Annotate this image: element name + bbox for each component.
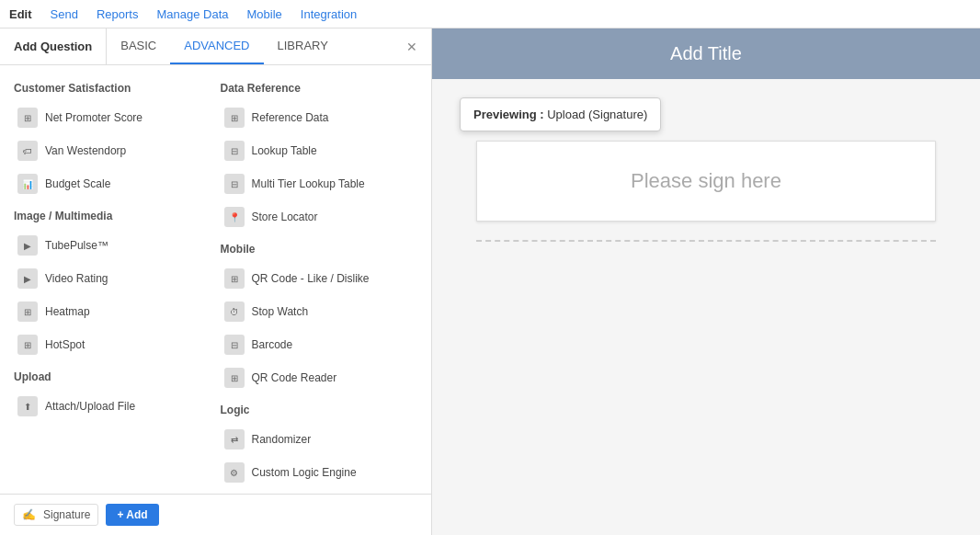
tooltip-text: Upload (Signature) — [544, 108, 648, 121]
video-rating-label: Video Rating — [45, 272, 108, 285]
tabs-bar: Add Question BASIC ADVANCED LIBRARY ✕ — [0, 28, 431, 65]
list-item[interactable]: ⬆ Attach/Upload File — [14, 392, 211, 421]
dashed-divider — [476, 240, 936, 242]
list-item[interactable]: ⊞ HotSpot — [14, 330, 211, 359]
nav-integration[interactable]: Integration — [301, 7, 357, 21]
custom-logic-label: Custom Logic Engine — [252, 466, 357, 479]
budget-icon: 📊 — [17, 174, 38, 194]
van-label: Van Westendorp — [45, 144, 126, 157]
stop-watch-icon: ⏱ — [224, 302, 245, 322]
hotspot-label: HotSpot — [45, 338, 85, 351]
van-icon: 🏷 — [17, 141, 38, 161]
list-item[interactable]: 📊 Budget Scale — [14, 169, 211, 199]
custom-logic-icon: ⚙ — [224, 462, 245, 483]
video-rating-icon: ▶ — [17, 268, 38, 289]
list-item[interactable]: ⊟ Barcode — [221, 330, 418, 359]
stop-watch-label: Stop Watch — [252, 305, 309, 318]
list-item[interactable]: ⊞ Heatmap — [14, 297, 211, 326]
signature-label: Signature — [43, 508, 90, 521]
section-mobile: Mobile — [221, 243, 418, 256]
list-item[interactable]: ⊞ Reference Data — [221, 103, 418, 132]
lookup-table-label: Lookup Table — [252, 144, 317, 157]
list-item[interactable]: ▶ TubePulse™ — [14, 231, 211, 260]
multi-tier-label: Multi Tier Lookup Table — [252, 177, 365, 190]
list-item[interactable]: ⇄ Randomizer — [221, 425, 418, 454]
lookup-table-icon: ⊟ — [224, 141, 245, 161]
tubepulse-icon: ▶ — [17, 235, 38, 256]
section-customer-satisfaction: Customer Satisfaction — [14, 82, 211, 95]
preview-tooltip: Previewing : Upload (Signature) — [460, 97, 661, 131]
section-upload: Upload — [14, 370, 211, 383]
qr-reader-label: QR Code Reader — [252, 371, 337, 384]
right-panel: Add Title Previewing : Upload (Signature… — [432, 28, 980, 535]
list-item[interactable]: ⊟ Multi Tier Lookup Table — [221, 169, 418, 199]
reference-data-label: Reference Data — [252, 111, 329, 124]
nav-send[interactable]: Send — [51, 7, 78, 21]
left-panel: Add Question BASIC ADVANCED LIBRARY ✕ Cu… — [0, 28, 432, 535]
multi-tier-icon: ⊟ — [224, 174, 245, 194]
add-button[interactable]: + Add — [106, 504, 158, 526]
preview-title: Add Title — [432, 28, 980, 79]
barcode-icon: ⊟ — [224, 335, 245, 355]
nav-mobile[interactable]: Mobile — [247, 7, 282, 21]
attach-label: Attach/Upload File — [45, 400, 135, 413]
tab-advanced[interactable]: ADVANCED — [170, 28, 263, 64]
list-item[interactable]: 🏷 Van Westendorp — [14, 136, 211, 165]
preview-content: Previewing : Upload (Signature) Please s… — [432, 79, 980, 535]
nps-label: Net Promoter Score — [45, 111, 142, 124]
section-data-reference: Data Reference — [221, 82, 418, 95]
list-item[interactable]: ⚙ Custom Logic Engine — [221, 458, 418, 487]
bottom-bar: ✍ Signature + Add — [0, 494, 431, 535]
tubepulse-label: TubePulse™ — [45, 239, 108, 252]
list-item[interactable]: ⊞ Net Promoter Score — [14, 103, 211, 132]
budget-label: Budget Scale — [45, 177, 110, 190]
col2: Data Reference ⊞ Reference Data ⊟ Lookup… — [221, 74, 418, 484]
randomizer-label: Randomizer — [252, 433, 312, 446]
heatmap-icon: ⊞ — [17, 302, 38, 322]
hotspot-icon: ⊞ — [17, 335, 38, 355]
top-nav: Edit Send Reports Manage Data Mobile Int… — [0, 0, 980, 28]
qr-like-icon: ⊞ — [224, 268, 245, 289]
section-logic: Logic — [221, 404, 418, 416]
close-button[interactable]: ✕ — [402, 35, 422, 59]
reference-data-icon: ⊞ — [224, 108, 245, 128]
list-item[interactable]: ⊞ QR Code Reader — [221, 363, 418, 393]
qr-like-label: QR Code - Like / Dislike — [252, 272, 370, 285]
questions-grid: Customer Satisfaction ⊞ Net Promoter Sco… — [0, 65, 431, 494]
list-item[interactable]: ⊞ QR Code - Like / Dislike — [221, 264, 418, 293]
store-locator-icon: 📍 — [224, 207, 245, 227]
nav-manage-data[interactable]: Manage Data — [156, 7, 228, 21]
barcode-label: Barcode — [252, 338, 293, 351]
list-item[interactable]: ▶ Video Rating — [14, 264, 211, 293]
tab-basic[interactable]: BASIC — [107, 28, 170, 64]
tab-library[interactable]: LIBRARY — [264, 28, 342, 64]
signature-icon: ✍ — [22, 508, 36, 521]
nps-icon: ⊞ — [17, 108, 38, 128]
main-layout: Add Question BASIC ADVANCED LIBRARY ✕ Cu… — [0, 28, 980, 535]
list-item[interactable]: 📍 Store Locator — [221, 202, 418, 232]
list-item[interactable]: ⏱ Stop Watch — [221, 297, 418, 326]
tooltip-bold: Previewing : — [473, 108, 544, 121]
heatmap-label: Heatmap — [45, 305, 90, 318]
section-multimedia: Image / Multimedia — [14, 210, 211, 222]
nav-reports[interactable]: Reports — [97, 7, 139, 21]
randomizer-icon: ⇄ — [224, 429, 245, 450]
list-item[interactable]: ⊟ Lookup Table — [221, 136, 418, 165]
signature-item[interactable]: ✍ Signature — [14, 504, 98, 526]
sign-box[interactable]: Please sign here — [476, 141, 936, 222]
add-question-title: Add Question — [0, 28, 107, 64]
col1: Customer Satisfaction ⊞ Net Promoter Sco… — [14, 74, 211, 484]
qr-reader-icon: ⊞ — [224, 368, 245, 388]
attach-icon: ⬆ — [17, 396, 38, 416]
nav-edit[interactable]: Edit — [9, 7, 32, 21]
store-locator-label: Store Locator — [252, 211, 318, 223]
